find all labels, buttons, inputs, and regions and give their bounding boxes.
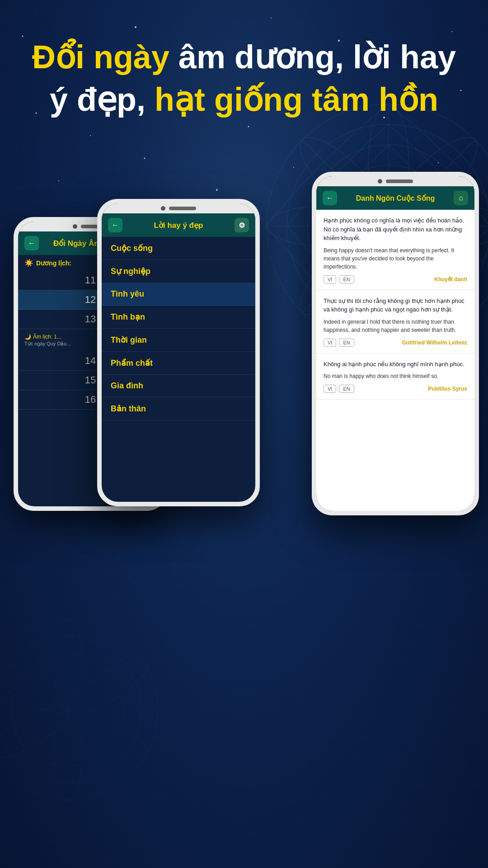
headline-section: Đổi ngày âm dương, lời hay ý đẹp, hạt gi… — [5, 36, 483, 121]
headline-yellow-1: Đổi ngày — [32, 39, 169, 75]
sun-icon: ☀️ — [24, 259, 33, 267]
quote-3-vi: Không ai hạnh phúc nếu không nghĩ mình h… — [324, 360, 467, 369]
phone-2-header: ← Lời hay ý đẹp ⚙ — [102, 213, 255, 237]
phone-3-notch — [386, 179, 413, 183]
quote-2-vi-badge: VI — [324, 339, 336, 347]
quote-1-footer: VI EN Khuyết danh — [324, 275, 467, 283]
phone-2-gear-btn[interactable]: ⚙ — [235, 218, 249, 232]
quote-1-en-badge: EN — [339, 275, 354, 283]
phone-2-notch — [169, 207, 196, 210]
phone-2-camera — [161, 206, 165, 211]
quote-1-badges: VI EN — [324, 275, 354, 283]
quote-1-vi: Hạnh phúc không có nghĩa là mọi việc đều… — [324, 216, 467, 243]
phone-2-screen: ← Lời hay ý đẹp ⚙ Cuộc sống Sự nghiệp Tì… — [102, 203, 255, 502]
quote-block-3: Không ai hạnh phúc nếu không nghĩ mình h… — [316, 354, 474, 400]
phone-1-solar-text: Dương lịch: — [36, 259, 71, 267]
main-content: Đổi ngày âm dương, lời hay ý đẹp, hạt gi… — [0, 0, 488, 868]
headline-yellow-2: hạt giống tâm hồn — [155, 81, 438, 118]
quote-3-footer: VI EN Publilius Syrus — [324, 385, 467, 393]
category-tinh-yeu[interactable]: Tình yêu — [102, 283, 255, 306]
category-pham-chat[interactable]: Phẩm chất — [102, 352, 255, 375]
phone-3-screen: ← Danh Ngôn Cuộc Sống ⌂ Hạnh phúc không … — [316, 176, 474, 511]
quote-1-author: Khuyết danh — [434, 276, 467, 283]
phone-3-quotes: Hạnh phúc không có nghĩa là mọi việc đều… — [316, 210, 474, 511]
quote-3-en-badge: EN — [339, 385, 354, 393]
phone-1-camera — [73, 224, 77, 229]
phone-2-back-btn[interactable]: ← — [108, 218, 122, 232]
phone-3-notch-area — [316, 176, 474, 186]
quote-block-2: Thực sự thì tôi cho rằng không gì thực h… — [316, 290, 474, 354]
quote-1-vi-badge: VI — [324, 275, 336, 283]
category-su-nghiep[interactable]: Sự nghiệp — [102, 260, 255, 283]
quote-2-author: Gottfried Wilhelm Leibniz — [402, 340, 467, 346]
lunar-label: Âm lịch: 1... — [33, 334, 61, 340]
moon-icon: 🌙 — [24, 334, 31, 340]
phone-3-camera — [378, 179, 382, 184]
category-ban-than[interactable]: Bản thân — [102, 397, 255, 420]
phone-3-header: ← Danh Ngôn Cuộc Sống ⌂ — [316, 186, 474, 210]
headline-white-2: ý đẹp, — [50, 81, 155, 118]
quote-2-en-badge: EN — [339, 339, 354, 347]
quote-2-footer: VI EN Gottfried Wilhelm Leibniz — [324, 339, 467, 347]
phone-1-back-btn[interactable]: ← — [24, 236, 39, 250]
quote-2-en: Indeed in general I hold that there is n… — [324, 318, 467, 334]
phone-3-home-btn[interactable]: ⌂ — [454, 191, 468, 205]
quote-block-1: Hạnh phúc không có nghĩa là mọi việc đều… — [316, 210, 474, 290]
quote-3-en: No man is happy who does not think himse… — [324, 372, 467, 380]
category-gia-dinh[interactable]: Gia đình — [102, 375, 255, 397]
quote-3-vi-badge: VI — [324, 385, 336, 393]
phone-3-back-btn[interactable]: ← — [323, 191, 337, 205]
phone-2-notch-area — [102, 203, 255, 213]
quote-1-en: Being happy doesn't mean that everything… — [324, 246, 467, 271]
quote-3-badges: VI EN — [324, 385, 354, 393]
quote-2-vi: Thực sự thì tôi cho rằng không gì thực h… — [324, 297, 467, 314]
category-thoi-gian[interactable]: Thời gian — [102, 329, 255, 352]
phone-3: ← Danh Ngôn Cuộc Sống ⌂ Hạnh phúc không … — [312, 172, 479, 515]
phone-2-title: Lời hay ý đẹp — [122, 221, 235, 230]
category-cuoc-song[interactable]: Cuộc sống — [102, 237, 255, 260]
phones-container: ← Đổi Ngày Âm Dương ☀️ Dương lịch: 11 12… — [0, 172, 488, 868]
phone-3-title: Danh Ngôn Cuộc Sống — [337, 194, 454, 203]
headline-text: Đổi ngày âm dương, lời hay ý đẹp, hạt gi… — [32, 36, 456, 121]
quote-2-badges: VI EN — [324, 339, 354, 347]
category-tinh-ban[interactable]: Tình bạn — [102, 306, 255, 329]
headline-white-1: âm dương, lời hay — [169, 39, 456, 75]
quote-3-author: Publilius Syrus — [428, 386, 467, 392]
phone-2: ← Lời hay ý đẹp ⚙ Cuộc sống Sự nghiệp Tì… — [97, 199, 260, 506]
